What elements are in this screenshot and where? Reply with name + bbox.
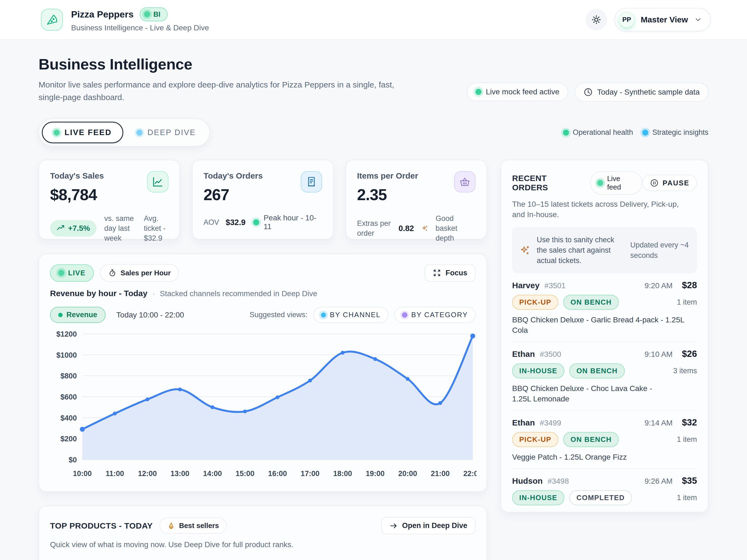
legend-blue-dot-icon xyxy=(642,130,648,136)
order-amount: $28 xyxy=(682,280,697,290)
order-number: #3501 xyxy=(544,281,566,290)
svg-text:19:00: 19:00 xyxy=(366,469,384,478)
sales-delta-badge: +7.5% xyxy=(50,220,97,236)
tab-live-dot-icon xyxy=(54,130,60,136)
extras-label: Extras per order xyxy=(357,219,391,238)
legend-operational: Operational health xyxy=(563,128,633,137)
tab-deep-dive[interactable]: DEEP DIVE xyxy=(126,123,207,143)
data-date-badge: Today - Synthetic sample data xyxy=(575,82,709,102)
order-item-count: 1 item xyxy=(677,493,697,502)
theme-toggle-button[interactable] xyxy=(586,9,607,30)
svg-text:$1000: $1000 xyxy=(56,351,77,359)
svg-text:13:00: 13:00 xyxy=(170,469,189,478)
green-dot-icon xyxy=(475,89,482,95)
order-summary: Meat Lovers Stack - Garlic Bread 4-pack … xyxy=(512,510,697,512)
pause-circle-icon xyxy=(650,179,659,187)
app-name: Pizza Peppers xyxy=(71,9,134,20)
by-category-button[interactable]: BY CATEGORY xyxy=(394,307,475,323)
svg-text:12:00: 12:00 xyxy=(138,469,157,478)
order-summary: BBQ Chicken Deluxe - Choc Lava Cake - 1.… xyxy=(512,383,660,404)
kpi-card-sales: Today's Sales $8,784 +7.5% xyxy=(38,160,180,239)
live-badge-dot-icon xyxy=(58,270,64,276)
top-products-card: TOP PRODUCTS - TODAY Best sellers xyxy=(38,506,487,560)
sparkles-icon xyxy=(422,223,428,233)
order-time: 9:26 AM xyxy=(644,477,673,486)
sales-chart-card: LIVE Sales per Hour xyxy=(38,254,487,492)
sparkles-icon xyxy=(520,245,530,255)
svg-text:$0: $0 xyxy=(69,456,77,464)
live-feed-badge: Live feed xyxy=(590,171,642,195)
channel-dot-icon xyxy=(321,312,326,317)
chart-title: Revenue by hour - Today xyxy=(50,289,147,298)
svg-text:$1200: $1200 xyxy=(56,330,77,338)
open-deep-dive-button[interactable]: Open in Deep Dive xyxy=(381,517,475,534)
order-customer: Ethan xyxy=(512,418,535,427)
recent-orders-description: The 10–15 latest tickets across Delivery… xyxy=(512,199,681,220)
order-time: 9:20 AM xyxy=(644,281,673,290)
avatar: PP xyxy=(619,12,635,28)
legend-strategic: Strategic insights xyxy=(642,128,709,137)
kpi-card-orders: Today's Orders 267 AOV $32.9 xyxy=(192,160,333,239)
suggested-views-label: Suggested views: xyxy=(250,311,308,319)
order-number: #3498 xyxy=(548,477,569,486)
tab-deep-dive-label: DEEP DIVE xyxy=(147,128,196,137)
order-status-badge: ON BENCH xyxy=(563,295,619,310)
orders-update-note: Updated every ~4 seconds xyxy=(630,240,689,261)
extras-value: 0.82 xyxy=(398,224,414,233)
revenue-series-badge: Revenue xyxy=(50,307,106,323)
order-item-count: 3 items xyxy=(673,367,697,375)
aov-label: AOV xyxy=(203,218,219,227)
svg-text:20:00: 20:00 xyxy=(398,469,417,478)
order-row[interactable]: Ethan #3500 9:10 AM $26 IN-HOUSE ON BENC… xyxy=(512,341,697,410)
app-subtitle: Business Intelligence - Live & Deep Dive xyxy=(71,24,209,32)
tab-live-feed-label: LIVE FEED xyxy=(65,128,111,137)
legend: Operational health Strategic insights xyxy=(563,128,709,137)
focus-label: Focus xyxy=(445,269,467,277)
arrow-right-icon xyxy=(389,522,397,530)
order-number: #3500 xyxy=(540,350,561,359)
orders-list: Harvey #3501 9:20 AM $28 PICK-UP ON BENC… xyxy=(512,274,697,512)
order-status-badge: ON BENCH xyxy=(569,363,625,378)
live-dot-icon xyxy=(144,11,150,17)
clock-icon xyxy=(584,87,593,97)
category-dot-icon xyxy=(402,312,407,318)
order-row[interactable]: Hudson #3498 9:26 AM $35 IN-HOUSE COMPLE… xyxy=(512,468,697,512)
order-customer: Ethan xyxy=(512,350,535,359)
order-type-badge: PICK-UP xyxy=(512,432,558,447)
order-time: 9:14 AM xyxy=(644,418,673,427)
svg-text:15:00: 15:00 xyxy=(235,469,254,478)
peak-hour-note: Peak hour - 10-11 xyxy=(253,213,318,231)
svg-text:$400: $400 xyxy=(60,414,77,422)
account-menu-button[interactable]: PP Master View xyxy=(614,8,711,31)
top-products-title: TOP PRODUCTS - TODAY xyxy=(50,521,153,531)
svg-text:$800: $800 xyxy=(60,372,77,380)
order-number: #3499 xyxy=(540,418,561,427)
chevron-down-icon xyxy=(694,16,702,24)
order-type-badge: IN-HOUSE xyxy=(512,490,564,505)
revenue-dot-icon xyxy=(58,313,62,317)
pause-button[interactable]: PAUSE xyxy=(642,175,697,191)
pizza-logo-icon xyxy=(41,9,63,31)
maximize-icon xyxy=(433,269,441,277)
order-status-badge: COMPLETED xyxy=(569,490,632,505)
top-products-description: Quick view of what is moving now. Use De… xyxy=(50,540,475,549)
svg-text:22:00: 22:00 xyxy=(463,469,476,478)
by-channel-button[interactable]: BY CHANNEL xyxy=(313,307,388,323)
svg-text:10:00: 10:00 xyxy=(73,469,92,478)
order-row[interactable]: Ethan #3499 9:14 AM $32 PICK-UP ON BENCH… xyxy=(512,410,697,468)
svg-text:$600: $600 xyxy=(60,393,77,401)
tab-live-feed[interactable]: LIVE FEED xyxy=(42,122,123,143)
bi-badge: BI xyxy=(140,7,168,21)
live-feed-status-badge: Live mock feed active xyxy=(467,82,568,101)
timer-icon xyxy=(108,269,117,277)
recent-orders-panel: RECENT ORDERS Live feed PAUSE The 10–15 … xyxy=(500,160,709,512)
page-title: Business Intelligence xyxy=(38,55,416,73)
focus-button[interactable]: Focus xyxy=(424,264,475,282)
svg-text:11:00: 11:00 xyxy=(106,469,124,478)
order-amount: $26 xyxy=(682,349,697,359)
bi-badge-label: BI xyxy=(153,10,160,19)
live-feed-status-label: Live mock feed active xyxy=(486,87,560,96)
orders-hint-text: Use this to sanity check the sales chart… xyxy=(537,235,624,266)
tab-deep-dot-icon xyxy=(136,130,143,136)
order-row[interactable]: Harvey #3501 9:20 AM $28 PICK-UP ON BENC… xyxy=(512,274,697,341)
